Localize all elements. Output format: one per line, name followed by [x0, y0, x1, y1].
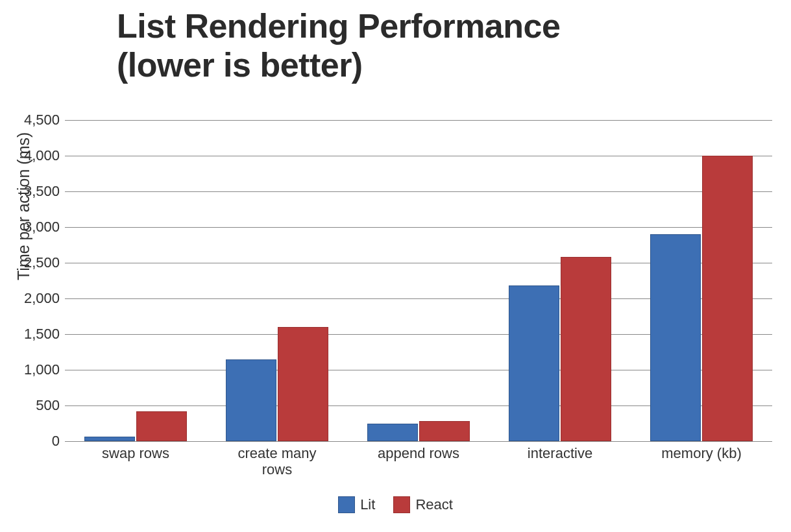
x-tick-label: interactive: [489, 441, 631, 461]
y-tick-label: 1,500: [24, 326, 65, 343]
bar-lit: [650, 234, 701, 441]
legend-swatch-react: [393, 496, 410, 513]
category-group: interactive: [489, 120, 631, 441]
chart-container: List Rendering Performance (lower is bet…: [0, 0, 791, 532]
legend-item-lit: Lit: [338, 496, 375, 513]
legend-item-react: React: [393, 496, 452, 513]
plot-area: 05001,0001,5002,0002,5003,0003,5004,0004…: [65, 120, 772, 441]
y-tick-label: 4,000: [24, 147, 65, 164]
x-tick-label: append rows: [348, 441, 489, 461]
legend-label-lit: Lit: [360, 496, 375, 513]
bar-lit: [84, 437, 135, 441]
bar-react: [419, 421, 470, 441]
bar-lit: [509, 285, 559, 441]
y-tick-label: 1,000: [24, 361, 65, 378]
x-tick-label: create manyrows: [206, 441, 348, 478]
bar-react: [278, 327, 328, 441]
category-group: append rows: [348, 120, 489, 441]
y-tick-label: 0: [52, 433, 65, 450]
legend: Lit React: [0, 496, 791, 513]
category-group: create manyrows: [206, 120, 348, 441]
bar-react: [136, 411, 187, 441]
legend-swatch-lit: [338, 496, 355, 513]
bar-lit: [367, 424, 418, 442]
x-tick-label: swap rows: [65, 441, 206, 461]
y-tick-label: 500: [36, 397, 65, 414]
y-tick-label: 3,000: [24, 219, 65, 236]
y-tick-label: 2,500: [24, 254, 65, 271]
y-tick-label: 3,500: [24, 183, 65, 200]
category-group: swap rows: [65, 120, 206, 441]
x-tick-label: memory (kb): [631, 441, 772, 461]
bar-react: [561, 257, 611, 441]
legend-label-react: React: [415, 496, 452, 513]
category-group: memory (kb): [631, 120, 772, 441]
y-tick-label: 2,000: [24, 290, 65, 307]
chart-title-line1: List Rendering Performance: [117, 7, 560, 45]
bar-lit: [226, 359, 276, 442]
bar-react: [702, 156, 753, 441]
chart-title-line2: (lower is better): [117, 45, 560, 84]
chart-title: List Rendering Performance (lower is bet…: [117, 6, 560, 84]
y-tick-label: 4,500: [24, 112, 65, 128]
